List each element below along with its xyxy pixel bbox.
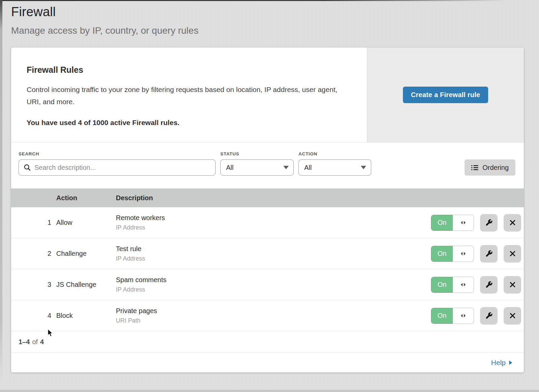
action-column-header: Action [56,194,116,202]
rule-row: 1 Allow Remote workers IP Address On [11,207,524,238]
help-link[interactable]: Help [491,359,513,367]
rule-description: Remote workers [116,214,413,222]
delete-rule-button[interactable] [504,214,521,232]
rule-action: Challenge [56,250,116,258]
search-icon [24,164,31,171]
rule-priority: 4 [11,312,56,320]
left-right-arrows-icon[interactable] [453,277,474,293]
page-title: Firewall [11,5,539,19]
pagination-total: 4 [40,338,44,346]
toggle-on-segment[interactable]: On [431,277,453,293]
action-selected-value: All [304,164,312,172]
chevron-down-icon [361,166,366,169]
rule-controls: On [413,245,524,263]
ordering-button-label: Ordering [482,164,509,172]
wrench-icon [485,250,493,258]
status-label: STATUS [220,151,294,156]
toggle-on-segment[interactable]: On [431,308,453,324]
left-right-arrows-icon[interactable] [453,246,474,262]
card-description: Control incoming traffic to your zone by… [27,84,350,108]
edit-rule-button[interactable] [480,214,498,232]
status-select[interactable]: All [220,159,294,176]
usage-note: You have used 4 of 1000 active Firewall … [27,119,351,127]
delete-rule-button[interactable] [504,276,521,294]
help-link-label: Help [491,359,506,367]
search-input[interactable] [34,164,211,172]
rule-row: 3 JS Challenge Spam comments IP Address … [11,269,524,300]
rule-match-type: IP Address [116,224,413,231]
rules-table-header: Action Description [11,188,524,207]
search-box[interactable] [19,159,216,176]
card-title: Firewall Rules [27,65,351,75]
right-triangle-icon [509,360,513,365]
filters-bar: SEARCH STATUS All ACTION All [11,143,524,188]
page-header: Firewall Manage access by IP, country, o… [0,0,539,36]
search-filter-group: SEARCH [19,151,216,176]
x-icon [509,281,516,288]
delete-rule-button[interactable] [504,245,521,263]
rule-controls: On [413,276,524,294]
edit-rule-button[interactable] [480,245,498,263]
x-icon [509,250,516,257]
rule-enabled-toggle[interactable]: On [431,215,474,231]
page-subtitle: Manage access by IP, country, or query r… [11,25,539,36]
rule-row: 2 Challenge Test rule IP Address On [11,238,524,269]
rule-priority: 3 [11,281,56,289]
left-right-arrows-icon[interactable] [453,308,474,324]
card-side-panel: Create a Firewall rule [367,48,524,142]
pagination: 1–4 of 4 [11,331,524,353]
rule-description-cell: Spam comments IP Address [116,276,413,293]
pagination-range: 1–4 [19,338,30,346]
rule-controls: On [413,307,524,325]
rule-match-type: IP Address [116,286,413,293]
edit-rule-button[interactable] [480,276,498,294]
rule-action: Allow [56,219,116,227]
action-filter-group: ACTION All [298,151,371,176]
rule-row: 4 Block Private pages URI Path On [11,300,524,331]
rules-table-body: 1 Allow Remote workers IP Address On [11,207,524,331]
status-filter-group: STATUS All [220,151,294,176]
rule-description-cell: Private pages URI Path [116,307,413,324]
x-icon [509,312,516,319]
rule-priority: 1 [11,219,56,227]
rule-priority: 2 [11,250,56,258]
edit-rule-button[interactable] [480,307,498,325]
toggle-on-segment[interactable]: On [431,215,453,231]
delete-rule-button[interactable] [504,307,521,325]
search-label: SEARCH [19,151,216,156]
window-edge-left [0,0,2,392]
wrench-icon [485,281,493,289]
window-edge-top [0,0,539,1]
rule-enabled-toggle[interactable]: On [431,246,474,262]
rule-match-type: IP Address [116,255,413,262]
rule-action: Block [56,312,116,320]
ordered-list-icon [471,165,478,171]
rule-enabled-toggle[interactable]: On [431,308,474,324]
rule-description: Test rule [116,245,413,253]
rule-action: JS Challenge [56,281,116,289]
status-selected-value: All [226,164,233,172]
rule-enabled-toggle[interactable]: On [431,277,474,293]
create-firewall-rule-button[interactable]: Create a Firewall rule [403,87,488,103]
rule-controls: On [413,214,524,232]
rule-description: Private pages [116,307,413,315]
left-right-arrows-icon[interactable] [453,215,474,231]
wrench-icon [485,312,493,320]
card-top-section: Firewall Rules Control incoming traffic … [11,48,524,143]
description-column-header: Description [116,194,413,202]
card-info: Firewall Rules Control incoming traffic … [11,48,367,142]
action-select[interactable]: All [298,159,371,176]
rule-description-cell: Remote workers IP Address [116,214,413,231]
rule-match-type: URI Path [116,317,413,324]
chevron-down-icon [283,166,289,169]
action-label: ACTION [298,151,371,156]
window-edge-bottom [0,390,539,392]
ordering-button[interactable]: Ordering [465,159,515,176]
firewall-rules-card: Firewall Rules Control incoming traffic … [11,48,524,372]
x-icon [509,219,516,226]
wrench-icon [485,219,493,227]
pagination-of: of [32,338,38,346]
toggle-on-segment[interactable]: On [431,246,453,262]
help-row: Help [11,353,524,372]
rule-description-cell: Test rule IP Address [116,245,413,262]
